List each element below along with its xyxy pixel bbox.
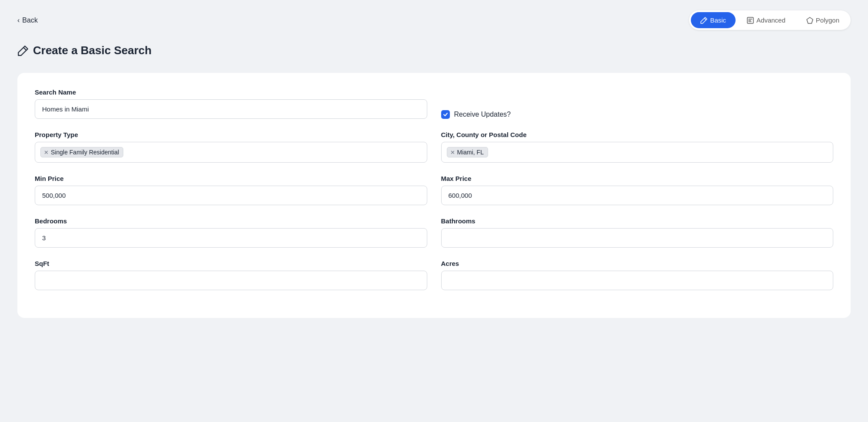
property-type-label: Property Type — [35, 131, 427, 138]
form-area: Search Name Receive Updates? Property Ty… — [17, 73, 851, 318]
property-type-tag-label: Single Family Residential — [51, 149, 119, 156]
polygon-icon — [806, 17, 813, 24]
city-tag-label: Miami, FL — [457, 149, 484, 156]
city-label: City, County or Postal Code — [441, 131, 834, 138]
advanced-icon — [747, 17, 754, 24]
max-price-label: Max Price — [441, 175, 834, 182]
bathrooms-label: Bathrooms — [441, 217, 834, 225]
page-title: Create a Basic Search — [33, 44, 152, 57]
sqft-label: SqFt — [35, 260, 427, 267]
bathrooms-group: Bathrooms — [441, 217, 834, 248]
min-price-input[interactable] — [35, 186, 427, 205]
search-name-group: Search Name — [35, 88, 427, 119]
search-name-label: Search Name — [35, 88, 427, 96]
form-row-3: Min Price Max Price — [35, 175, 833, 205]
back-label: Back — [22, 16, 38, 24]
acres-group: Acres — [441, 260, 834, 290]
remove-sfr-tag-button[interactable]: ✕ — [44, 150, 49, 155]
remove-miami-tag-button[interactable]: ✕ — [450, 150, 455, 155]
min-price-label: Min Price — [35, 175, 427, 182]
advanced-label: Advanced — [756, 16, 785, 24]
advanced-search-button[interactable]: Advanced — [737, 12, 795, 28]
property-type-tag-sfr: ✕ Single Family Residential — [40, 147, 123, 157]
top-nav: ‹ Back Basic Advanced — [17, 10, 851, 30]
back-button[interactable]: ‹ Back — [17, 16, 38, 24]
bedrooms-input[interactable] — [35, 228, 427, 248]
search-type-switcher: Basic Advanced Polygon — [689, 10, 851, 30]
city-tag-miami: ✕ Miami, FL — [447, 147, 488, 157]
bedrooms-label: Bedrooms — [35, 217, 427, 225]
sqft-input[interactable] — [35, 271, 427, 290]
acres-label: Acres — [441, 260, 834, 267]
polygon-label: Polygon — [816, 16, 839, 24]
sqft-group: SqFt — [35, 260, 427, 290]
max-price-input[interactable] — [441, 186, 834, 205]
receive-updates-row: Receive Updates? — [441, 110, 834, 119]
polygon-search-button[interactable]: Polygon — [797, 12, 849, 28]
chevron-left-icon: ‹ — [17, 16, 20, 24]
edit-icon — [17, 45, 29, 56]
basic-label: Basic — [710, 16, 726, 24]
basic-search-button[interactable]: Basic — [691, 12, 736, 28]
bedrooms-group: Bedrooms — [35, 217, 427, 248]
acres-input[interactable] — [441, 271, 834, 290]
receive-updates-group: Receive Updates? — [441, 88, 834, 119]
property-type-input[interactable]: ✕ Single Family Residential — [35, 142, 427, 163]
form-row-1: Search Name Receive Updates? — [35, 88, 833, 119]
city-input[interactable]: ✕ Miami, FL — [441, 142, 834, 163]
max-price-group: Max Price — [441, 175, 834, 205]
min-price-group: Min Price — [35, 175, 427, 205]
property-type-group: Property Type ✕ Single Family Residentia… — [35, 131, 427, 163]
page-title-area: Create a Basic Search — [17, 44, 851, 57]
bathrooms-input[interactable] — [441, 228, 834, 248]
form-row-2: Property Type ✕ Single Family Residentia… — [35, 131, 833, 163]
receive-updates-label: Receive Updates? — [454, 111, 511, 118]
form-row-5: SqFt Acres — [35, 260, 833, 290]
checkmark-icon — [443, 112, 448, 117]
pencil-icon — [700, 17, 707, 24]
city-group: City, County or Postal Code ✕ Miami, FL — [441, 131, 834, 163]
receive-updates-checkbox[interactable] — [441, 110, 450, 119]
search-name-input[interactable] — [35, 99, 427, 119]
form-row-4: Bedrooms Bathrooms — [35, 217, 833, 248]
